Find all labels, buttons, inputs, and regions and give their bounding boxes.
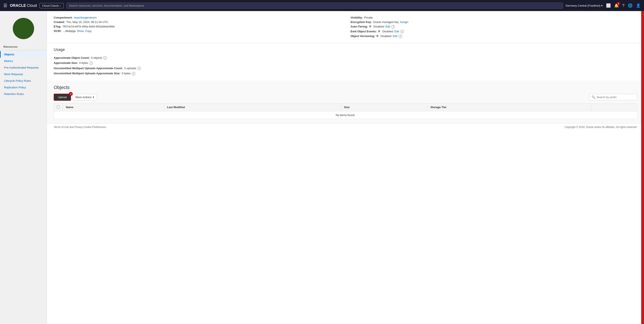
page-footer: Terms of Use and Privacy Cookie Preferen…: [47, 123, 644, 131]
visibility-row: Visibility: Private: [350, 15, 637, 20]
no-items-message: No items found.: [54, 111, 637, 119]
encryption-assign-link[interactable]: Assign: [400, 20, 408, 24]
uncommitted-size-value: 0 bytes: [122, 72, 131, 75]
etag-row: ETag: 7f07cb7d-b976-499a-9a60-850a94eb46…: [54, 24, 340, 29]
auto-tiering-label: Auto-Tiering:: [350, 25, 368, 28]
cloud-text: Cloud: [27, 3, 37, 8]
sidebar: Resources Objects Metrics Pre-Authentica…: [0, 11, 47, 324]
main-content: Compartment: IwanHoogendoorn Created: Th…: [47, 11, 644, 324]
actions-column-header: [592, 103, 637, 111]
info-grid: Compartment: IwanHoogendoorn Created: Th…: [54, 15, 637, 39]
notification-wrapper: 🔔 1: [614, 3, 619, 8]
uncommitted-count-label: Uncommitted Multipart Uploads Approximat…: [54, 67, 123, 70]
topnav-right-actions: Germany Central (Frankfurt) ▾ ⬜ 🔔 1 ? 🌐 …: [566, 3, 640, 8]
region-chevron-icon: ▾: [601, 4, 603, 7]
auto-tiering-edit-link[interactable]: Edit: [386, 25, 390, 28]
auto-tiering-status-dot: [369, 25, 371, 27]
region-label: Germany Central (Frankfurt): [566, 4, 600, 7]
objects-table-body: No items found.: [54, 111, 637, 119]
cloud-shell-icon[interactable]: ⬜: [606, 3, 611, 8]
hamburger-menu-icon[interactable]: ☰: [4, 3, 7, 8]
compartment-value[interactable]: IwanHoogendoorn: [74, 16, 96, 19]
object-count-label: Approximate Object Count:: [54, 56, 90, 59]
encryption-label: Encryption Key:: [350, 20, 372, 24]
user-avatar-icon[interactable]: 👤: [636, 3, 640, 8]
search-icon: 🔍: [592, 95, 595, 99]
page-layout: Resources Objects Metrics Pre-Authentica…: [0, 11, 644, 324]
encryption-value: Oracle managed key: [373, 20, 399, 24]
emit-events-row: Emit Object Events: Disabled Edit i: [350, 29, 637, 34]
more-actions-button[interactable]: More Actions ▾: [73, 94, 97, 100]
emit-events-info-icon[interactable]: i: [400, 30, 404, 33]
upload-badge: 2: [69, 92, 73, 96]
global-search-input[interactable]: [66, 2, 563, 9]
object-versioning-status-dot: [376, 35, 378, 37]
search-by-prefix-input[interactable]: [596, 96, 635, 99]
scrollbar-thumb: [641, 11, 644, 324]
more-actions-label: More Actions: [76, 96, 92, 99]
sidebar-item-lifecycle-policy-rules[interactable]: Lifecycle Policy Rules: [0, 77, 47, 84]
object-count-row: Approximate Object Count: 0 objects i: [54, 55, 637, 61]
uncommitted-size-info-icon[interactable]: i: [132, 72, 135, 75]
sidebar-divider: [0, 50, 47, 50]
size-info-icon[interactable]: i: [89, 61, 93, 65]
usage-section: Usage Approximate Object Count: 0 object…: [47, 43, 644, 80]
object-versioning-info-icon[interactable]: i: [399, 35, 402, 38]
sidebar-item-retention-rules[interactable]: Retention Rules: [0, 91, 47, 97]
usage-heading: Usage: [54, 47, 637, 52]
objects-table-header: Name Last Modified Size Storage Tier: [54, 103, 637, 111]
emit-events-edit-link[interactable]: Edit: [394, 30, 399, 33]
ocid-value: ...dbdqiqja: [63, 29, 76, 32]
info-right-col: Visibility: Private Encryption Key: Orac…: [350, 15, 637, 39]
cloud-classic-button[interactable]: Cloud Classic ›: [40, 3, 64, 8]
sidebar-logo-area: [0, 14, 47, 42]
auto-tiering-info-icon[interactable]: i: [392, 25, 395, 28]
sidebar-item-replication-policy[interactable]: Replication Policy: [0, 84, 47, 91]
sidebar-item-work-requests[interactable]: Work Requests: [0, 71, 47, 77]
visibility-label: Visibility:: [350, 16, 363, 19]
object-versioning-value: Disabled: [380, 34, 392, 38]
name-column-header: Name: [63, 103, 164, 111]
region-selector[interactable]: Germany Central (Frankfurt) ▾: [566, 4, 603, 7]
top-navigation: ☰ ORACLE Cloud Cloud Classic › Germany C…: [0, 0, 644, 11]
scrollbar-indicator[interactable]: [641, 11, 644, 324]
ocid-row: OCID: ...dbdqiqja Show Copy: [54, 29, 340, 33]
ocid-show-link[interactable]: Show: [77, 29, 84, 32]
cloud-classic-label: Cloud Classic: [42, 4, 59, 7]
toolbar-right: 🔍: [589, 94, 637, 100]
object-versioning-edit-link[interactable]: Edit: [392, 34, 397, 38]
bucket-info-section: Compartment: IwanHoogendoorn Created: Th…: [47, 11, 644, 43]
upload-button[interactable]: Upload: [54, 94, 71, 101]
sidebar-item-metrics[interactable]: Metrics: [0, 58, 47, 64]
storage-tier-column-header: Storage Tier: [427, 103, 592, 111]
uncommitted-size-row: Uncommitted Multipart Uploads Approximat…: [54, 71, 637, 76]
bucket-logo: [13, 18, 34, 39]
created-row: Created: Thu, May 16, 2024, 09:11:34 UTC: [54, 20, 340, 24]
auto-tiering-row: Auto-Tiering: Disabled Edit i: [350, 24, 637, 29]
info-left-col: Compartment: IwanHoogendoorn Created: Th…: [54, 15, 340, 39]
select-all-checkbox[interactable]: [57, 106, 60, 108]
size-value: 0 bytes: [79, 61, 88, 64]
objects-heading: Objects: [54, 85, 637, 90]
sidebar-item-objects[interactable]: Objects: [0, 51, 47, 58]
emit-events-value: Disabled: [382, 30, 393, 33]
created-label: Created:: [54, 20, 65, 24]
sidebar-item-pre-authenticated-requests[interactable]: Pre-Authenticated Requests: [0, 64, 47, 71]
footer-right-text: Copyright © 2024, Oracle and/or its affi…: [564, 126, 637, 129]
upload-button-container: Upload 2: [54, 94, 71, 101]
classic-chevron-icon: ›: [60, 4, 61, 7]
object-versioning-row: Object Versioning: Disabled Edit i: [350, 34, 637, 39]
size-column-header: Size: [341, 103, 427, 111]
ocid-copy-link[interactable]: Copy: [85, 29, 92, 32]
etag-label: ETag:: [54, 25, 61, 28]
objects-toolbar: Upload 2 More Actions ▾ 🔍: [54, 94, 637, 101]
object-count-info-icon[interactable]: i: [103, 56, 107, 60]
help-icon[interactable]: ?: [622, 3, 624, 8]
no-items-row: No items found.: [54, 111, 637, 119]
last-modified-column-header: Last Modified: [164, 103, 341, 111]
etag-value: 7f07cb7d-b976-499a-9a60-850a94eb466d: [62, 25, 114, 28]
globe-icon[interactable]: 🌐: [628, 3, 632, 8]
encryption-row: Encryption Key: Oracle managed key Assig…: [350, 20, 637, 24]
object-versioning-label: Object Versioning:: [350, 34, 375, 38]
uncommitted-count-info-icon[interactable]: i: [138, 67, 141, 70]
